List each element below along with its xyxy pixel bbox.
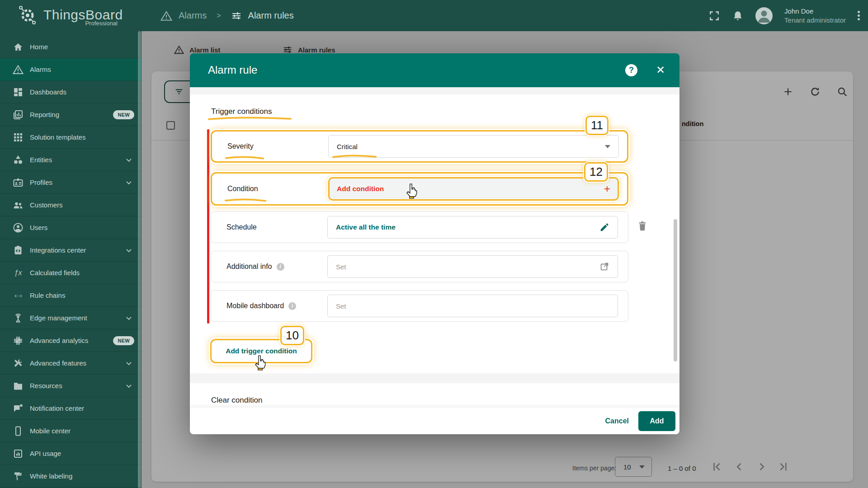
dialog-title: Alarm rule [208, 64, 257, 76]
sidebar-item-users[interactable]: Users [0, 216, 142, 239]
sidebar-item-home[interactable]: Home [0, 36, 142, 58]
alarm-rule-dialog: Alarm rule Trigger conditions Severity C… [190, 53, 679, 434]
notifications-bell-icon[interactable] [732, 10, 744, 22]
thingsboard-gear-logo-icon [17, 5, 38, 25]
info-icon [288, 302, 296, 310]
sidebar-item-alarms[interactable]: Alarms [0, 58, 142, 81]
sidebar-item-resources[interactable]: Resources [0, 375, 142, 397]
schedule-field[interactable]: Active all the time [327, 216, 618, 239]
breadcrumb-alarms[interactable]: Alarms [179, 10, 207, 21]
sidebar-item-notification-center[interactable]: Notification center [0, 397, 142, 420]
user-avatar[interactable] [755, 7, 773, 24]
sidebar-item-edge-management[interactable]: Edge management [0, 307, 142, 329]
step-badge-10: 10 [280, 326, 304, 345]
profiles-icon [13, 177, 24, 188]
user-role: Tenant administrator [784, 16, 846, 25]
sidebar-item-advanced-analytics[interactable]: Advanced analytics NEW [0, 329, 142, 352]
severity-row: Severity Critical [211, 130, 628, 163]
clear-condition-section: Clear condition [190, 383, 679, 408]
notification-center-icon [13, 403, 24, 414]
info-icon [277, 263, 284, 271]
white-labeling-paint-icon [13, 471, 24, 482]
user-info[interactable]: John Doe Tenant administrator [784, 7, 846, 25]
chevron-down-icon [124, 314, 133, 323]
integrations-center-icon [13, 245, 24, 256]
dialog-footer: Cancel Add [190, 408, 679, 434]
additional-info-row: Additional info Set [211, 251, 628, 282]
delete-trigger-icon[interactable] [637, 220, 648, 233]
plus-icon [604, 183, 610, 195]
sidebar-item-mobile-center[interactable]: Mobile center [0, 420, 142, 442]
sidebar-item-white-labeling[interactable]: White labeling [0, 465, 142, 488]
edit-pencil-icon[interactable] [599, 222, 609, 232]
edge-management-icon [13, 313, 24, 324]
solution-templates-icon [13, 132, 24, 143]
chevron-down-icon [124, 178, 133, 187]
new-badge: NEW [113, 336, 134, 345]
additional-info-field[interactable]: Set [327, 255, 618, 278]
step-badge-12: 12 [584, 162, 608, 182]
clear-condition-heading: Clear condition [211, 396, 262, 405]
annotation-underline [225, 198, 266, 202]
sidebar-item-profiles[interactable]: Profiles [0, 171, 142, 194]
mobile-dashboard-label: Mobile dashboard [226, 302, 284, 310]
annotation-underline [225, 155, 264, 160]
app-header: ThingsBoard Professional Alarms > Alarm … [0, 0, 868, 31]
warning-triangle-icon [160, 10, 172, 22]
add-condition-button[interactable]: Add condition [328, 177, 619, 201]
sidebar-item-calculated-fields[interactable]: Calculated fields [0, 262, 142, 284]
mobile-dashboard-row: Mobile dashboard Set [211, 290, 628, 322]
sidebar-item-advanced-features[interactable]: Advanced features [0, 352, 142, 375]
sidebar-item-api-usage[interactable]: API usage [0, 442, 142, 465]
annotation-underline [208, 116, 292, 121]
breadcrumb-separator: > [217, 12, 221, 20]
close-icon[interactable] [654, 63, 667, 77]
trigger-conditions-heading: Trigger conditions [211, 107, 272, 116]
condition-row: Condition Add condition [211, 172, 628, 206]
mobile-center-icon [13, 426, 24, 436]
sidebar-item-solution-templates[interactable]: Solution templates [0, 126, 142, 149]
advanced-features-icon [13, 358, 24, 369]
alarms-warning-icon [13, 64, 24, 75]
hand-cursor-icon [253, 355, 267, 371]
add-button[interactable]: Add [638, 411, 675, 431]
additional-info-label: Additional info [226, 263, 272, 271]
calculated-fields-icon [13, 267, 24, 278]
rule-chains-icon [13, 290, 24, 301]
schedule-label: Schedule [226, 223, 257, 231]
cancel-button[interactable]: Cancel [605, 408, 629, 434]
caret-down-icon [605, 145, 610, 148]
more-menu-icon[interactable] [858, 9, 860, 22]
sidebar-item-integrations-center[interactable]: Integrations center [0, 239, 142, 262]
api-usage-icon [13, 448, 24, 459]
sidebar-item-customers[interactable]: Customers [0, 194, 142, 216]
dialog-scrollbar[interactable] [674, 219, 677, 361]
application-window: ThingsBoard Professional Alarms > Alarm … [0, 0, 868, 488]
validation-red-bar [207, 129, 209, 324]
sidebar-item-reporting[interactable]: Reporting NEW [0, 103, 142, 126]
sidebar-item-rule-chains[interactable]: Rule chains [0, 284, 142, 307]
breadcrumb-alarm-rules: Alarm rules [248, 10, 294, 21]
sliders-icon [231, 10, 242, 21]
home-icon [13, 42, 24, 52]
sidebar-item-entities[interactable]: Entities [0, 149, 142, 171]
advanced-analytics-icon [13, 335, 24, 346]
customers-icon [13, 200, 24, 211]
mobile-dashboard-field[interactable]: Set [327, 295, 618, 317]
chevron-down-icon [124, 246, 133, 255]
help-icon[interactable] [625, 64, 637, 76]
fullscreen-icon[interactable] [708, 10, 720, 22]
annotation-underline [332, 154, 377, 159]
brand-edition: Professional [46, 20, 118, 27]
chevron-down-icon [124, 359, 133, 368]
new-badge: NEW [113, 110, 134, 119]
open-editor-icon[interactable] [599, 262, 609, 272]
user-name: John Doe [784, 7, 846, 16]
severity-label: Severity [227, 142, 254, 150]
sidebar-scrollbar[interactable] [138, 31, 141, 488]
schedule-row: Schedule Active all the time [211, 211, 628, 243]
chevron-down-icon [124, 155, 133, 164]
users-icon [13, 222, 24, 233]
sidebar-item-dashboards[interactable]: Dashboards [0, 81, 142, 103]
dashboards-icon [13, 87, 24, 98]
